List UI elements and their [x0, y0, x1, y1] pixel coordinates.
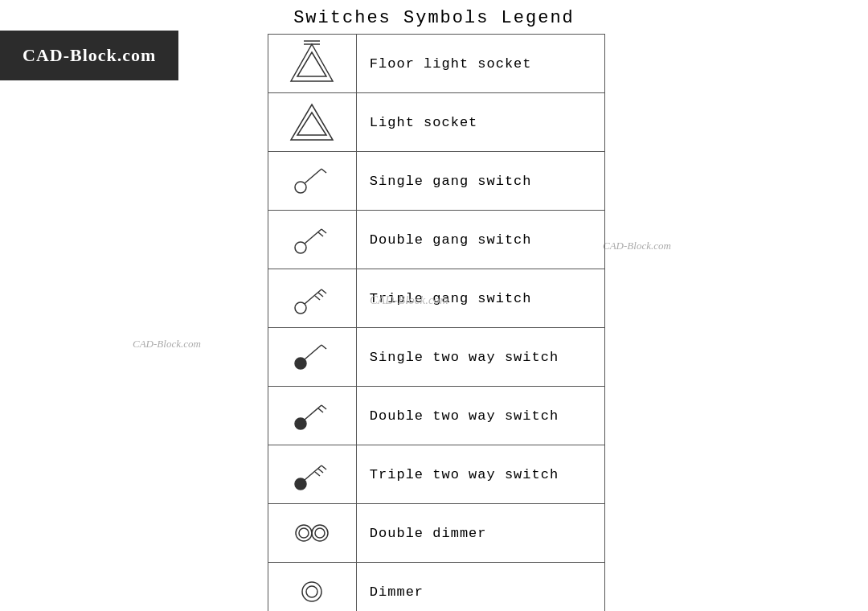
- double-two-way-switch-icon: [286, 392, 338, 440]
- svg-line-8: [321, 169, 326, 173]
- icon-cell-triple-gang-switch: [268, 269, 357, 328]
- svg-line-11: [321, 229, 326, 233]
- label-light-socket: Light socket: [356, 93, 604, 152]
- floor-light-socket-icon: [286, 39, 338, 88]
- svg-line-7: [305, 169, 321, 183]
- svg-point-32: [312, 525, 328, 541]
- svg-line-22: [305, 405, 321, 420]
- svg-point-6: [295, 182, 306, 193]
- svg-point-25: [295, 478, 306, 490]
- watermark-right: CAD-Block.com: [603, 240, 671, 252]
- label-triple-gang-switch: Triple gang switch: [356, 269, 604, 328]
- svg-line-10: [305, 229, 321, 244]
- single-two-way-switch-icon: [286, 333, 338, 381]
- table-row: Dimmer: [268, 563, 605, 612]
- svg-point-18: [295, 358, 306, 369]
- label-double-two-way-switch: Double two way switch: [356, 387, 604, 445]
- svg-point-35: [306, 586, 317, 597]
- svg-line-17: [315, 296, 320, 300]
- page-title: Switches Symbols Legend: [0, 8, 868, 28]
- legend-table: Floor light socket Light socket Single g…: [268, 34, 605, 611]
- dimmer-icon: [286, 568, 338, 611]
- table-row: Double gang switch: [268, 211, 605, 269]
- svg-line-29: [315, 472, 320, 476]
- light-socket-icon: [286, 98, 338, 146]
- svg-line-12: [318, 232, 323, 236]
- table-row: Light socket: [268, 93, 605, 152]
- svg-line-26: [305, 465, 321, 480]
- svg-marker-5: [297, 113, 326, 135]
- logo: CAD-Block.com: [0, 31, 178, 80]
- svg-line-14: [305, 289, 321, 304]
- svg-line-15: [321, 289, 326, 293]
- label-single-gang-switch: Single gang switch: [356, 152, 604, 211]
- icon-cell-double-two-way-switch: [268, 387, 357, 445]
- svg-line-24: [318, 408, 323, 412]
- triple-gang-switch-icon: [286, 274, 338, 322]
- triple-two-way-switch-icon: [286, 450, 338, 498]
- icon-cell-triple-two-way-switch: [268, 445, 357, 504]
- svg-point-13: [295, 302, 306, 314]
- svg-point-21: [295, 418, 306, 429]
- watermark-left: CAD-Block.com: [133, 338, 201, 351]
- svg-point-30: [296, 525, 312, 541]
- table-row: Double dimmer: [268, 504, 605, 563]
- label-dimmer: Dimmer: [356, 563, 604, 612]
- table-row: Floor light socket: [268, 35, 605, 93]
- table-row: Triple gang switch: [268, 269, 605, 328]
- double-gang-switch-icon: [286, 215, 338, 264]
- icon-cell-double-gang-switch: [268, 211, 357, 269]
- svg-point-33: [315, 528, 325, 538]
- single-gang-switch-icon: [286, 157, 338, 205]
- svg-line-16: [318, 293, 323, 297]
- table-row: Double two way switch: [268, 387, 605, 445]
- label-single-two-way-switch: Single two way switch: [356, 328, 604, 387]
- table-row: Single gang switch: [268, 152, 605, 211]
- svg-point-31: [299, 528, 309, 538]
- svg-marker-1: [297, 52, 326, 76]
- table-row: Triple two way switch: [268, 445, 605, 504]
- label-triple-two-way-switch: Triple two way switch: [356, 445, 604, 504]
- icon-cell-light-socket: [268, 93, 357, 152]
- svg-line-20: [321, 345, 326, 349]
- label-double-gang-switch: Double gang switch: [356, 211, 604, 269]
- icon-cell-floor-light-socket: [268, 35, 357, 93]
- svg-line-19: [305, 345, 321, 359]
- svg-line-28: [318, 469, 323, 473]
- double-dimmer-icon: [286, 509, 338, 557]
- svg-line-27: [321, 465, 326, 470]
- icon-cell-single-gang-switch: [268, 152, 357, 211]
- icon-cell-dimmer: [268, 563, 357, 612]
- svg-point-9: [295, 242, 306, 253]
- icon-cell-double-dimmer: [268, 504, 357, 563]
- label-double-dimmer: Double dimmer: [356, 504, 604, 563]
- svg-line-23: [321, 405, 326, 409]
- icon-cell-single-two-way-switch: [268, 328, 357, 387]
- label-floor-light-socket: Floor light socket: [356, 35, 604, 93]
- svg-point-34: [302, 582, 321, 601]
- table-row: Single two way switch: [268, 328, 605, 387]
